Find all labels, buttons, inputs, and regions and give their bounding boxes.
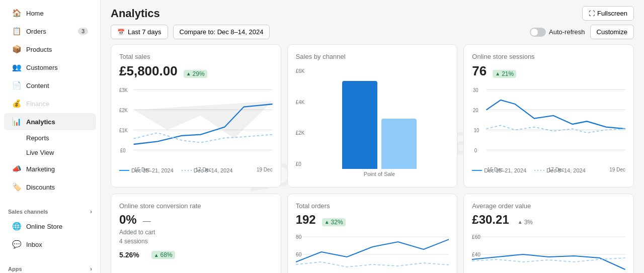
svg-text:£1K: £1K (119, 127, 128, 133)
toolbar-right: Auto-refresh Customize (530, 25, 634, 39)
x-label-2: 17 Dec (195, 167, 211, 172)
s-x-label-1: 15 Dec (487, 167, 503, 172)
fullscreen-button[interactable]: ⛶ Fullscreen (582, 6, 634, 21)
sidebar-item-finance[interactable]: 💰 Finance (4, 95, 96, 112)
sessions-value: 76 (472, 63, 487, 79)
sidebar-item-online-store[interactable]: 🌐 Online Store (4, 218, 96, 235)
sessions-title: Online store sessions (472, 53, 625, 60)
sessions-arrow: ▲ (495, 71, 500, 76)
orders-badge-pct: ▲ 32% (322, 218, 346, 226)
inbox-icon: 💬 (12, 240, 21, 249)
compare-button[interactable]: Compare to: Dec 8–14, 2024 (173, 25, 270, 39)
orders-pct: 32% (331, 219, 343, 226)
sidebar-item-label: Customers (26, 64, 58, 71)
bar-compare (381, 119, 417, 169)
avg-order-value-card: Average order value £30.21 ▲ 3% £60 £40 (463, 194, 634, 273)
sidebar-item-content[interactable]: 📄 Content (4, 77, 96, 94)
analytics-content: ECOM OXYGEN Total sales £5,800.00 ▲ 29% (101, 44, 644, 273)
auto-refresh-label: Auto-refresh (549, 28, 585, 36)
fullscreen-icon: ⛶ (589, 10, 595, 17)
conversion-item-value: 5.26% (119, 251, 139, 259)
sales-channels-expand-icon: › (90, 208, 92, 215)
sidebar-item-label: Online Store (26, 223, 62, 230)
sidebar-item-label: Content (26, 82, 49, 89)
sidebar-item-discounts[interactable]: 🏷️ Discounts (4, 178, 96, 196)
online-store-sessions-card: Online store sessions 76 ▲ 21% 30 (463, 44, 634, 188)
bar-chart-inner: Point of Sale (310, 63, 449, 179)
x-label-3: 19 Dec (257, 167, 273, 172)
home-icon: 🏠 (12, 9, 21, 18)
total-orders-card: Total orders 192 ▲ 32% 80 60 (287, 194, 458, 273)
svg-text:30: 30 (473, 86, 478, 93)
svg-text:0: 0 (474, 147, 477, 153)
sidebar-item-customers[interactable]: 👥 Customers (4, 59, 96, 76)
sidebar-item-label: Orders (26, 28, 46, 35)
conversion-item-badge: ▲ 68% (151, 251, 175, 259)
sales-channels-section[interactable]: Sales channels › (0, 202, 100, 217)
date-range-label: Last 7 days (128, 28, 162, 36)
avg-order-value: £30.21 (472, 213, 509, 227)
fullscreen-label: Fullscreen (597, 10, 627, 17)
top-cards-grid: Total sales £5,800.00 ▲ 29% (111, 44, 634, 188)
date-range-button[interactable]: 📅 Last 7 days (111, 25, 168, 39)
s-x-label-3: 19 Dec (609, 167, 625, 172)
total-sales-svg: £3K £2K £1K £0 (119, 84, 273, 164)
total-sales-pct: 29% (193, 70, 205, 77)
sidebar: 🏠 Home 📋 Orders 3 📦 Products 👥 Customers… (0, 0, 101, 273)
bar-chart-container: £6K £4K £2K £0 (296, 63, 449, 179)
avg-order-mini-chart: £60 £40 (472, 232, 625, 272)
sessions-x-labels: 15 Dec 17 Dec 19 Dec (472, 166, 625, 172)
main-panel: Analytics ⛶ Fullscreen 📅 Last 7 days Com… (101, 0, 644, 273)
conversion-sub: Added to cart (119, 229, 273, 236)
finance-icon: 💰 (12, 99, 21, 108)
sidebar-item-marketing[interactable]: 📣 Marketing (4, 160, 96, 177)
total-sales-card: Total sales £5,800.00 ▲ 29% (111, 44, 281, 188)
conversion-badge-arrow: ▲ (154, 252, 159, 258)
bar-x-label: Point of Sale (310, 169, 449, 179)
sessions-svg: 30 20 10 0 (472, 84, 625, 164)
s-x-label-2: 17 Dec (548, 167, 565, 172)
page-header: Analytics ⛶ Fullscreen (101, 0, 644, 25)
sidebar-item-label: Home (26, 10, 44, 17)
x-label-1: 15 Dec (134, 167, 150, 172)
svg-text:£60: £60 (472, 234, 480, 240)
online-store-icon: 🌐 (12, 222, 21, 231)
customers-icon: 👥 (12, 63, 21, 72)
avg-order-badge: ▲ 3% (515, 218, 535, 226)
conversion-dash: — (143, 217, 151, 226)
avg-order-svg: £60 £40 (472, 232, 625, 272)
avg-order-title: Average order value (472, 202, 625, 210)
sidebar-item-label: Finance (26, 100, 49, 108)
sidebar-sub-live-view[interactable]: Live View (4, 146, 96, 159)
live-view-label: Live View (26, 149, 54, 156)
discounts-icon: 🏷️ (12, 183, 21, 192)
sidebar-item-home[interactable]: 🏠 Home (4, 5, 96, 22)
svg-marker-8 (134, 101, 273, 138)
svg-text:£0: £0 (120, 147, 126, 153)
sales-by-channel-title: Sales by channel (296, 53, 449, 60)
bottom-cards-grid: Online store conversion rate 0% — Added … (111, 194, 634, 273)
orders-mini-chart: 80 60 (296, 232, 449, 272)
sidebar-sub-reports[interactable]: Reports (4, 131, 96, 145)
sidebar-item-products[interactable]: 📦 Products (4, 41, 96, 58)
sidebar-item-inbox[interactable]: 💬 Inbox (4, 236, 96, 253)
sidebar-item-label: Discounts (26, 184, 55, 191)
y-label-6k: £6K (296, 68, 307, 74)
sidebar-item-orders[interactable]: 📋 Orders 3 (4, 23, 96, 40)
sidebar-item-analytics[interactable]: 📊 Analytics (4, 113, 96, 130)
auto-refresh-toggle[interactable] (530, 28, 546, 37)
conversion-items: 5.26% ▲ 68% (119, 251, 273, 259)
conversion-sub-label: Added to cart (119, 229, 155, 236)
products-icon: 📦 (12, 45, 21, 54)
sidebar-item-label: Marketing (26, 165, 55, 173)
conversion-badge-pct: 68% (160, 251, 173, 258)
sessions-chart: 30 20 10 0 15 Dec 17 Dec 19 Dec (472, 84, 625, 164)
customize-button[interactable]: Customize (590, 25, 634, 39)
orders-value: 192 (296, 213, 316, 227)
conversion-value: 0% (119, 213, 137, 227)
sessions-pct: 21% (502, 70, 514, 77)
orders-icon: 📋 (12, 27, 21, 36)
y-label-4k: £4K (296, 100, 307, 105)
content-icon: 📄 (12, 81, 21, 90)
apps-section[interactable]: Apps › (0, 259, 100, 273)
